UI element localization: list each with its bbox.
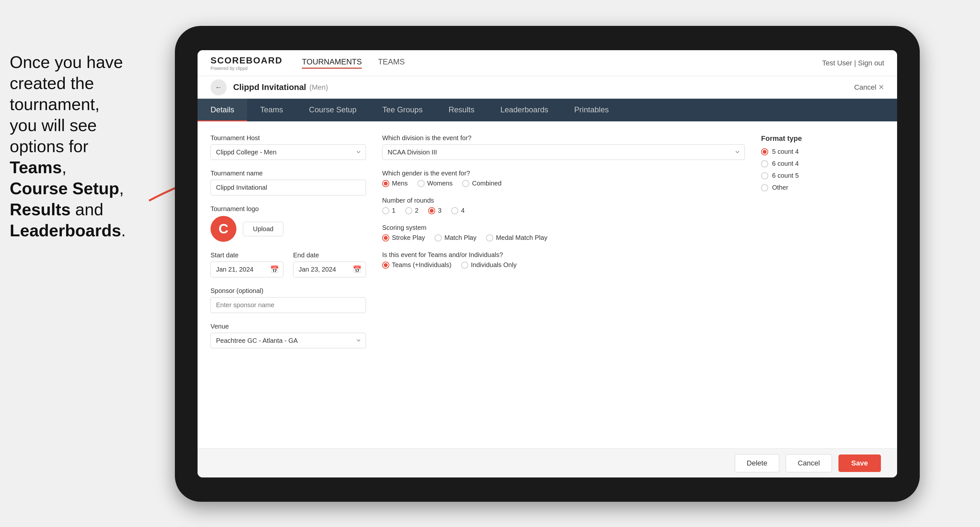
gender-label: Which gender is the event for? bbox=[382, 170, 745, 177]
cancel-label[interactable]: Cancel bbox=[854, 83, 876, 91]
end-date-label: End date bbox=[293, 252, 366, 259]
tournament-host-select[interactable]: Clippd College - Men bbox=[210, 144, 366, 160]
user-area[interactable]: Test User | Sign out bbox=[822, 59, 884, 67]
format-5count4-label: 5 count 4 bbox=[772, 148, 799, 156]
gender-combined-radio[interactable] bbox=[462, 180, 469, 187]
end-date-field: End date 📅 bbox=[293, 252, 366, 278]
start-date-calendar-icon: 📅 bbox=[270, 265, 279, 274]
scoring-stroke[interactable]: Stroke Play bbox=[382, 234, 425, 241]
tournament-subtitle: (Men) bbox=[309, 83, 328, 92]
nav-teams[interactable]: TEAMS bbox=[378, 57, 405, 68]
scoring-medal-match[interactable]: Medal Match Play bbox=[486, 234, 547, 241]
cancel-button[interactable]: Cancel bbox=[786, 454, 832, 472]
upload-button[interactable]: Upload bbox=[243, 222, 283, 236]
rounds-1-radio[interactable] bbox=[382, 207, 389, 214]
scoring-match[interactable]: Match Play bbox=[434, 234, 476, 241]
logo-upload-area: C Upload bbox=[210, 216, 366, 242]
event-individuals[interactable]: Individuals Only bbox=[461, 261, 517, 269]
tab-results[interactable]: Results bbox=[436, 99, 487, 121]
gender-mens[interactable]: Mens bbox=[382, 179, 408, 187]
app-logo-subtitle: Powered by clippd bbox=[210, 66, 282, 71]
rounds-2-radio[interactable] bbox=[405, 207, 412, 214]
tournament-name-input[interactable] bbox=[210, 179, 366, 195]
rounds-field: Number of rounds 1 2 bbox=[382, 197, 745, 214]
tab-tee-groups[interactable]: Tee Groups bbox=[369, 99, 436, 121]
tab-details[interactable]: Details bbox=[197, 99, 247, 121]
instruction-text: Once you have created the tournament, yo… bbox=[0, 45, 162, 248]
tab-leaderboards[interactable]: Leaderboards bbox=[487, 99, 561, 121]
rounds-4-radio[interactable] bbox=[451, 207, 458, 214]
format-other[interactable]: Other bbox=[761, 184, 884, 191]
gender-combined-label: Combined bbox=[472, 179, 501, 187]
end-date-wrap: 📅 bbox=[293, 262, 366, 278]
app-logo-title: SCOREBOARD bbox=[210, 56, 282, 66]
logo-circle: C bbox=[210, 216, 236, 242]
user-info[interactable]: Test User | Sign out bbox=[822, 59, 884, 67]
start-date-wrap: 📅 bbox=[210, 262, 283, 278]
gender-womens[interactable]: Womens bbox=[417, 179, 453, 187]
division-field: Which division is the event for? NCAA Di… bbox=[382, 134, 745, 160]
tab-printables[interactable]: Printables bbox=[561, 99, 622, 121]
rounds-1[interactable]: 1 bbox=[382, 207, 395, 214]
end-date-calendar-icon: 📅 bbox=[353, 265, 361, 274]
event-for-label: Is this event for Teams and/or Individua… bbox=[382, 251, 745, 259]
rounds-4[interactable]: 4 bbox=[451, 207, 465, 214]
gender-combined[interactable]: Combined bbox=[462, 179, 501, 187]
logo-area: SCOREBOARD Powered by clippd bbox=[210, 56, 282, 71]
cancel-link[interactable]: Cancel ✕ bbox=[854, 83, 884, 92]
gender-mens-label: Mens bbox=[392, 179, 408, 187]
left-column: Tournament Host Clippd College - Men Tou… bbox=[210, 134, 366, 435]
sponsor-input[interactable] bbox=[210, 297, 366, 313]
rounds-3-radio[interactable] bbox=[428, 207, 435, 214]
tablet-device: SCOREBOARD Powered by clippd TOURNAMENTS… bbox=[175, 26, 920, 502]
start-date-label: Start date bbox=[210, 252, 283, 259]
rounds-2[interactable]: 2 bbox=[405, 207, 418, 214]
nav-tournaments[interactable]: TOURNAMENTS bbox=[302, 57, 362, 68]
scoring-medal-radio[interactable] bbox=[486, 234, 493, 241]
event-teams[interactable]: Teams (+Individuals) bbox=[382, 261, 452, 269]
format-6count5[interactable]: 6 count 5 bbox=[761, 172, 884, 179]
middle-column: Which division is the event for? NCAA Di… bbox=[382, 134, 745, 435]
scoring-field: Scoring system Stroke Play Match Play bbox=[382, 224, 745, 241]
format-6count5-radio[interactable] bbox=[761, 172, 768, 179]
tab-teams[interactable]: Teams bbox=[247, 99, 296, 121]
event-individuals-radio[interactable] bbox=[461, 262, 468, 269]
back-button[interactable]: ← bbox=[210, 79, 227, 95]
rounds-radio-group: 1 2 3 4 bbox=[382, 207, 745, 214]
scoring-stroke-radio[interactable] bbox=[382, 234, 389, 241]
format-other-radio[interactable] bbox=[761, 184, 768, 191]
rounds-1-label: 1 bbox=[392, 207, 395, 214]
tournament-logo-field: Tournament logo C Upload bbox=[210, 205, 366, 242]
format-6count4[interactable]: 6 count 4 bbox=[761, 160, 884, 167]
format-5count4-radio[interactable] bbox=[761, 148, 768, 156]
rounds-3[interactable]: 3 bbox=[428, 207, 441, 214]
division-select[interactable]: NCAA Division III bbox=[382, 144, 745, 160]
tournament-header: ← Clippd Invitational (Men) Cancel ✕ bbox=[197, 76, 897, 99]
scoring-match-radio[interactable] bbox=[434, 234, 442, 241]
venue-label: Venue bbox=[210, 323, 366, 330]
event-teams-radio[interactable] bbox=[382, 262, 389, 269]
event-for-field: Is this event for Teams and/or Individua… bbox=[382, 251, 745, 269]
bottom-action-bar: Delete Cancel Save bbox=[197, 448, 897, 478]
gender-mens-radio[interactable] bbox=[382, 180, 389, 187]
scoring-medal-label: Medal Match Play bbox=[496, 234, 547, 241]
tournament-host-label: Tournament Host bbox=[210, 134, 366, 142]
save-button[interactable]: Save bbox=[838, 454, 881, 472]
venue-field: Venue Peachtree GC - Atlanta - GA bbox=[210, 323, 366, 348]
gender-field: Which gender is the event for? Mens Wome… bbox=[382, 170, 745, 187]
dates-field: Start date 📅 End date 📅 bbox=[210, 252, 366, 278]
gender-womens-radio[interactable] bbox=[417, 180, 425, 187]
format-6count4-radio[interactable] bbox=[761, 160, 768, 167]
tournament-title: Clippd Invitational bbox=[233, 82, 306, 92]
main-content: Tournament Host Clippd College - Men Tou… bbox=[197, 121, 897, 478]
venue-select[interactable]: Peachtree GC - Atlanta - GA bbox=[210, 333, 366, 348]
delete-button[interactable]: Delete bbox=[735, 454, 780, 472]
event-for-radio-group: Teams (+Individuals) Individuals Only bbox=[382, 261, 745, 269]
format-6count5-label: 6 count 5 bbox=[772, 172, 799, 179]
sponsor-field: Sponsor (optional) bbox=[210, 287, 366, 313]
format-5count4[interactable]: 5 count 4 bbox=[761, 148, 884, 156]
tournament-name-field: Tournament name bbox=[210, 170, 366, 195]
tab-course-setup[interactable]: Course Setup bbox=[296, 99, 369, 121]
cancel-x-icon[interactable]: ✕ bbox=[878, 83, 884, 91]
scoring-stroke-label: Stroke Play bbox=[392, 234, 425, 241]
